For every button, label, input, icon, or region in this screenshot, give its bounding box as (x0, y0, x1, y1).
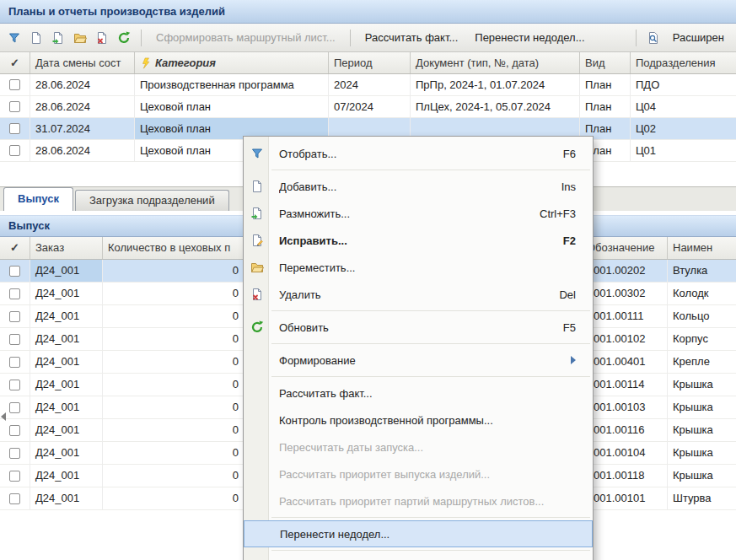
cell-order: Д24_001 (30, 305, 103, 327)
cell-designation: 001.00401 (582, 351, 668, 373)
tab-vypusk[interactable]: Выпуск (3, 187, 73, 211)
menu-item-formation[interactable]: Формирование (244, 347, 593, 374)
cell-name: Втулка (668, 260, 736, 282)
cell-order: Д24_001 (30, 442, 103, 464)
cell-order: Д24_001 (30, 419, 103, 441)
collapse-panel-arrow[interactable] (1, 409, 9, 424)
refresh-icon[interactable] (115, 29, 133, 47)
duplicate-icon[interactable] (49, 29, 67, 47)
cell-date: 28.06.2024 (30, 96, 135, 117)
cell-period: 2024 (329, 74, 411, 95)
cell-kind: План (580, 74, 631, 95)
left-arrow-icon (1, 412, 6, 421)
cell-name: Крышка (668, 419, 736, 441)
extended-button[interactable]: Расширен (666, 28, 731, 48)
cell-qty: 0 (103, 328, 251, 350)
menu-item-move-shortfall[interactable]: Перенести недодел... (244, 520, 593, 547)
cell-document: ПлЦех, 2024-1, 05.07.2024 (411, 96, 580, 117)
plan-row[interactable]: 28.06.2024 Цеховой план 07/2024 ПлЦех, 2… (0, 96, 736, 118)
column-header-date[interactable]: Дата смены сост (30, 52, 135, 73)
row-checkbox[interactable] (9, 402, 20, 413)
menu-item-move[interactable]: Переместить... (244, 254, 593, 281)
select-all-header[interactable]: ✓ (0, 52, 30, 73)
plan-row[interactable]: 28.06.2024 Производственная программа 20… (0, 74, 736, 96)
row-checkbox[interactable] (9, 288, 20, 299)
add-document-icon (250, 180, 265, 193)
menu-separator (271, 376, 590, 377)
select-all-header[interactable]: ✓ (0, 237, 30, 259)
menu-item-refresh[interactable]: Обновить F5 (244, 314, 593, 341)
menu-item-priority-batches: Рассчитать приоритет партий маршрутных л… (244, 487, 593, 514)
move-folder-icon[interactable] (71, 29, 89, 47)
calc-fact-button[interactable]: Рассчитать факт... (358, 28, 465, 48)
row-checkbox[interactable] (9, 311, 20, 322)
cell-qty: 0 (103, 419, 251, 441)
cell-qty: 0 (103, 351, 251, 373)
cell-qty: 0 (103, 305, 251, 327)
cell-qty: 0 (103, 283, 251, 304)
delete-icon[interactable] (93, 29, 111, 47)
column-header-period[interactable]: Период (329, 52, 411, 73)
cell-order: Д24_001 (30, 260, 103, 282)
filter-icon (250, 147, 265, 160)
cell-category: Производственная программа (135, 74, 329, 95)
row-checkbox[interactable] (9, 79, 20, 90)
row-checkbox[interactable] (9, 101, 20, 112)
menu-item-add[interactable]: Добавить... Ins (244, 173, 593, 200)
column-header-qty[interactable]: Количество в цеховых п (103, 237, 251, 259)
row-checkbox[interactable] (9, 380, 20, 390)
move-folder-icon (250, 261, 265, 274)
move-shortfall-button[interactable]: Перенести недодел... (468, 28, 591, 48)
tab-zagruzka-podrazdeleniy[interactable]: Загрузка подразделений (75, 190, 229, 211)
plans-grid-header: ✓ Дата смены сост Категория Период Докум… (0, 52, 736, 74)
add-document-icon[interactable] (27, 29, 46, 47)
column-header-departments[interactable]: Подразделения (631, 52, 736, 73)
menu-item-duplicate[interactable]: Размножить... Ctrl+F3 (244, 200, 593, 227)
column-header-order[interactable]: Заказ (30, 237, 103, 259)
section-title: Выпуск (8, 219, 50, 232)
checkbox-cell (0, 328, 30, 350)
context-menu: Отобрать... F6 Добавить... Ins Размножит… (243, 136, 594, 560)
checkbox-cell (0, 487, 30, 509)
cell-name: Крышка (668, 396, 736, 418)
checkbox-cell (0, 442, 30, 464)
row-checkbox[interactable] (9, 471, 20, 482)
row-checkbox[interactable] (9, 145, 20, 156)
menu-item-delete[interactable]: Удалить Del (244, 281, 593, 308)
cell-name: Крышка (668, 374, 736, 396)
row-checkbox[interactable] (9, 425, 20, 436)
row-checkbox[interactable] (9, 448, 20, 459)
row-checkbox[interactable] (9, 266, 20, 277)
extended-filter-icon[interactable] (644, 29, 663, 47)
menu-item-control-program[interactable]: Контроль производственной программы... (244, 407, 593, 433)
window-title-bar: Планы и отчеты производства изделий (0, 0, 736, 24)
cell-category: Цеховой план (135, 96, 329, 117)
cell-designation: 001.00104 (582, 442, 668, 464)
cell-name: Кольцо (668, 305, 736, 327)
cell-name: Крышка (668, 442, 736, 464)
row-checkbox[interactable] (9, 493, 20, 504)
row-checkbox[interactable] (9, 357, 20, 368)
checkbox-cell (0, 465, 30, 487)
row-checkbox[interactable] (9, 334, 20, 345)
cell-name: Штурва (668, 487, 736, 509)
edit-icon (250, 234, 265, 247)
menu-item-calc-fact[interactable]: Рассчитать факт... (244, 380, 593, 407)
menu-item-priority-products: Рассчитать приоритет выпуска изделий... (244, 460, 593, 487)
filter-icon[interactable] (5, 29, 24, 47)
checkbox-cell (0, 140, 30, 161)
column-header-kind[interactable]: Вид (580, 52, 631, 73)
refresh-icon (250, 320, 265, 334)
cell-departments: ПДО (631, 74, 736, 95)
cell-date: 28.06.2024 (30, 140, 135, 161)
column-header-document[interactable]: Документ (тип, №, дата) (411, 52, 580, 73)
menu-item-recalc-launch-dates: Пересчитать даты запуска... (244, 433, 593, 460)
row-checkbox[interactable] (9, 123, 20, 134)
category-group-icon (140, 57, 152, 69)
menu-separator (271, 517, 590, 518)
menu-item-edit[interactable]: Исправить... F2 (244, 227, 593, 254)
column-header-category[interactable]: Категория (135, 52, 329, 73)
menu-item-filter[interactable]: Отобрать... F6 (244, 140, 593, 167)
column-header-name[interactable]: Наимен (668, 237, 736, 259)
column-header-designation[interactable]: Обозначение (582, 237, 668, 259)
